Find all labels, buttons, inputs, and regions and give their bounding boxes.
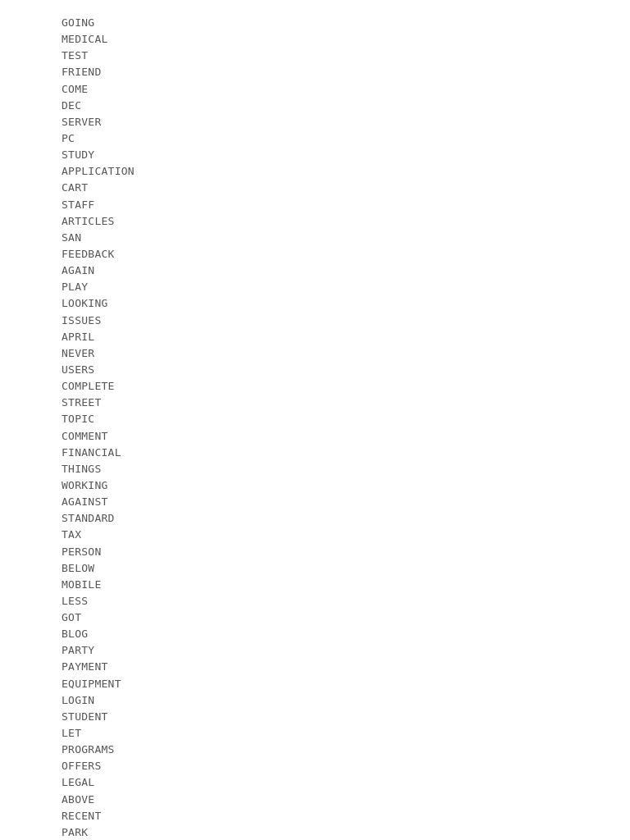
list-item: PARTY — [62, 642, 568, 659]
list-item: ISSUES — [62, 313, 568, 329]
list-item: AGAIN — [62, 262, 568, 279]
list-item: COME — [62, 81, 568, 98]
list-item: TOPIC — [62, 411, 568, 427]
list-item: STREET — [62, 395, 568, 411]
list-item: GOT — [62, 609, 568, 626]
list-item: FINANCIAL — [62, 445, 568, 461]
list-item: PARK — [62, 824, 568, 840]
list-item: COMMENT — [62, 428, 568, 445]
list-item: APRIL — [62, 329, 568, 345]
list-item: PLAY — [62, 279, 568, 295]
list-item: STAFF — [62, 197, 568, 213]
list-item: THINGS — [62, 461, 568, 477]
list-item: ABOVE — [62, 792, 568, 808]
word-list: GOINGMEDICALTESTFRIENDCOMEDECSERVERPCSTU… — [62, 8, 568, 840]
list-item: CART — [62, 180, 568, 196]
list-item: PROGRAMS — [62, 742, 568, 758]
list-item: OFFERS — [62, 758, 568, 774]
list-item: PERSON — [62, 544, 568, 560]
list-item: STUDY — [62, 147, 568, 163]
list-item: LESS — [62, 593, 568, 609]
list-item: TAX — [62, 527, 568, 543]
list-item: COMPLETE — [62, 378, 568, 395]
list-item: GOING — [62, 15, 568, 31]
list-item: ARTICLES — [62, 213, 568, 230]
list-item: NEVER — [62, 345, 568, 362]
list-item: TEST — [62, 48, 568, 64]
list-item: PAYMENT — [62, 659, 568, 675]
list-item: SERVER — [62, 114, 568, 130]
list-item: FEEDBACK — [62, 246, 568, 262]
list-item: EQUIPMENT — [62, 676, 568, 692]
list-item: AGAINST — [62, 494, 568, 510]
list-item: SAN — [62, 230, 568, 246]
list-item: DEC — [62, 98, 568, 114]
list-item: LOOKING — [62, 295, 568, 312]
list-item: LEGAL — [62, 774, 568, 791]
list-item: BLOG — [62, 626, 568, 642]
list-item: WORKING — [62, 477, 568, 494]
list-item: RECENT — [62, 808, 568, 824]
list-item: STUDENT — [62, 709, 568, 725]
list-item: MEDICAL — [62, 31, 568, 48]
list-item: PC — [62, 130, 568, 147]
list-item: STANDARD — [62, 510, 568, 527]
list-item: LOGIN — [62, 692, 568, 709]
list-item: USERS — [62, 362, 568, 378]
list-item: BELOW — [62, 560, 568, 577]
list-item: LET — [62, 725, 568, 742]
list-item: FRIEND — [62, 64, 568, 80]
list-item: MOBILE — [62, 577, 568, 593]
list-item: APPLICATION — [62, 163, 568, 180]
